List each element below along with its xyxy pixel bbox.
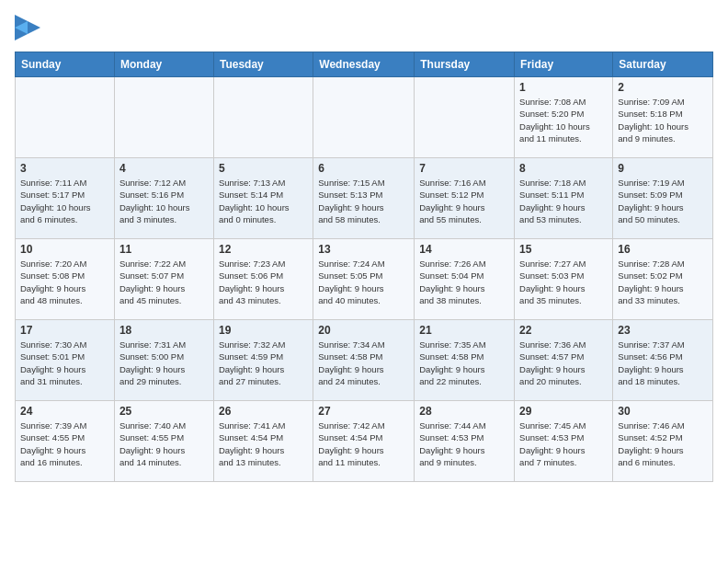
day-info: Sunrise: 7:35 AM Sunset: 4:58 PM Dayligh… [419,339,509,387]
day-number: 5 [219,162,308,175]
day-number: 19 [219,324,308,337]
day-number: 15 [519,243,608,256]
day-number: 20 [318,324,409,337]
day-number: 1 [519,81,608,94]
day-info: Sunrise: 7:24 AM Sunset: 5:05 PM Dayligh… [318,258,409,306]
day-number: 8 [519,162,608,175]
calendar-day-8: 8Sunrise: 7:18 AM Sunset: 5:11 PM Daylig… [515,158,613,239]
calendar-day-17: 17Sunrise: 7:30 AM Sunset: 5:01 PM Dayli… [16,320,115,401]
day-info: Sunrise: 7:31 AM Sunset: 5:00 PM Dayligh… [119,339,209,387]
logo-icon [15,15,40,40]
logo [15,15,44,40]
weekday-header-friday: Friday [515,52,613,77]
calendar-day-15: 15Sunrise: 7:27 AM Sunset: 5:03 PM Dayli… [515,239,613,320]
calendar-day-4: 4Sunrise: 7:12 AM Sunset: 5:16 PM Daylig… [114,158,213,239]
weekday-header-thursday: Thursday [415,52,515,77]
day-info: Sunrise: 7:15 AM Sunset: 5:13 PM Dayligh… [318,177,409,225]
calendar-day-7: 7Sunrise: 7:16 AM Sunset: 5:12 PM Daylig… [415,158,515,239]
day-info: Sunrise: 7:39 AM Sunset: 4:55 PM Dayligh… [20,419,109,468]
day-info: Sunrise: 7:13 AM Sunset: 5:14 PM Dayligh… [219,177,308,225]
calendar-day-25: 25Sunrise: 7:40 AM Sunset: 4:55 PM Dayli… [114,401,213,482]
day-info: Sunrise: 7:12 AM Sunset: 5:16 PM Dayligh… [119,177,209,225]
calendar-day-18: 18Sunrise: 7:31 AM Sunset: 5:00 PM Dayli… [114,320,213,401]
calendar-day-10: 10Sunrise: 7:20 AM Sunset: 5:08 PM Dayli… [16,239,115,320]
day-info: Sunrise: 7:41 AM Sunset: 4:54 PM Dayligh… [219,419,308,468]
page-header [15,15,713,40]
day-info: Sunrise: 7:45 AM Sunset: 4:53 PM Dayligh… [519,419,608,468]
calendar-day-1: 1Sunrise: 7:08 AM Sunset: 5:20 PM Daylig… [515,77,613,158]
calendar-day-14: 14Sunrise: 7:26 AM Sunset: 5:04 PM Dayli… [415,239,515,320]
day-info: Sunrise: 7:11 AM Sunset: 5:17 PM Dayligh… [20,177,109,225]
calendar-week-row: 10Sunrise: 7:20 AM Sunset: 5:08 PM Dayli… [16,239,713,320]
day-number: 28 [419,405,509,418]
day-number: 24 [20,405,109,418]
day-info: Sunrise: 7:46 AM Sunset: 4:52 PM Dayligh… [618,419,708,468]
weekday-header-sunday: Sunday [16,52,115,77]
calendar-day-24: 24Sunrise: 7:39 AM Sunset: 4:55 PM Dayli… [16,401,115,482]
day-info: Sunrise: 7:18 AM Sunset: 5:11 PM Dayligh… [519,177,608,225]
day-number: 9 [618,162,708,175]
weekday-header-row: SundayMondayTuesdayWednesdayThursdayFrid… [16,52,713,77]
day-number: 18 [119,324,209,337]
calendar-day-2: 2Sunrise: 7:09 AM Sunset: 5:18 PM Daylig… [613,77,713,158]
weekday-header-wednesday: Wednesday [313,52,415,77]
calendar-day-23: 23Sunrise: 7:37 AM Sunset: 4:56 PM Dayli… [613,320,713,401]
weekday-header-saturday: Saturday [613,52,713,77]
calendar-week-row: 17Sunrise: 7:30 AM Sunset: 5:01 PM Dayli… [16,320,713,401]
day-info: Sunrise: 7:16 AM Sunset: 5:12 PM Dayligh… [419,177,509,225]
day-number: 29 [519,405,608,418]
weekday-header-monday: Monday [114,52,213,77]
day-number: 30 [618,405,708,418]
day-info: Sunrise: 7:36 AM Sunset: 4:57 PM Dayligh… [519,339,608,387]
day-number: 3 [20,162,109,175]
calendar-week-row: 1Sunrise: 7:08 AM Sunset: 5:20 PM Daylig… [16,77,713,158]
calendar-day-9: 9Sunrise: 7:19 AM Sunset: 5:09 PM Daylig… [613,158,713,239]
calendar-day-19: 19Sunrise: 7:32 AM Sunset: 4:59 PM Dayli… [213,320,313,401]
calendar-day-5: 5Sunrise: 7:13 AM Sunset: 5:14 PM Daylig… [213,158,313,239]
day-number: 12 [219,243,308,256]
day-info: Sunrise: 7:37 AM Sunset: 4:56 PM Dayligh… [618,339,708,387]
calendar-day-empty [313,77,415,158]
day-number: 27 [318,405,409,418]
calendar-day-13: 13Sunrise: 7:24 AM Sunset: 5:05 PM Dayli… [313,239,415,320]
day-number: 23 [618,324,708,337]
day-info: Sunrise: 7:44 AM Sunset: 4:53 PM Dayligh… [419,419,509,468]
day-number: 21 [419,324,509,337]
day-number: 14 [419,243,509,256]
calendar-week-row: 24Sunrise: 7:39 AM Sunset: 4:55 PM Dayli… [16,401,713,482]
day-info: Sunrise: 7:22 AM Sunset: 5:07 PM Dayligh… [119,258,209,306]
calendar-day-empty [415,77,515,158]
day-info: Sunrise: 7:20 AM Sunset: 5:08 PM Dayligh… [20,258,109,306]
calendar-day-28: 28Sunrise: 7:44 AM Sunset: 4:53 PM Dayli… [415,401,515,482]
day-number: 16 [618,243,708,256]
calendar-week-row: 3Sunrise: 7:11 AM Sunset: 5:17 PM Daylig… [16,158,713,239]
day-info: Sunrise: 7:28 AM Sunset: 5:02 PM Dayligh… [618,258,708,306]
calendar-day-3: 3Sunrise: 7:11 AM Sunset: 5:17 PM Daylig… [16,158,115,239]
day-number: 10 [20,243,109,256]
day-info: Sunrise: 7:09 AM Sunset: 5:18 PM Dayligh… [618,96,708,144]
calendar-day-26: 26Sunrise: 7:41 AM Sunset: 4:54 PM Dayli… [213,401,313,482]
calendar-day-empty [16,77,115,158]
day-info: Sunrise: 7:40 AM Sunset: 4:55 PM Dayligh… [119,419,209,468]
day-number: 2 [618,81,708,94]
day-info: Sunrise: 7:23 AM Sunset: 5:06 PM Dayligh… [219,258,308,306]
calendar-day-empty [114,77,213,158]
day-number: 26 [219,405,308,418]
day-info: Sunrise: 7:32 AM Sunset: 4:59 PM Dayligh… [219,339,308,387]
day-number: 11 [119,243,209,256]
weekday-header-tuesday: Tuesday [213,52,313,77]
calendar-day-empty [213,77,313,158]
calendar-day-16: 16Sunrise: 7:28 AM Sunset: 5:02 PM Dayli… [613,239,713,320]
day-number: 13 [318,243,409,256]
calendar-day-11: 11Sunrise: 7:22 AM Sunset: 5:07 PM Dayli… [114,239,213,320]
calendar-day-27: 27Sunrise: 7:42 AM Sunset: 4:54 PM Dayli… [313,401,415,482]
day-number: 4 [119,162,209,175]
calendar-day-22: 22Sunrise: 7:36 AM Sunset: 4:57 PM Dayli… [515,320,613,401]
calendar-day-6: 6Sunrise: 7:15 AM Sunset: 5:13 PM Daylig… [313,158,415,239]
day-number: 17 [20,324,109,337]
day-info: Sunrise: 7:26 AM Sunset: 5:04 PM Dayligh… [419,258,509,306]
calendar-day-30: 30Sunrise: 7:46 AM Sunset: 4:52 PM Dayli… [613,401,713,482]
day-number: 22 [519,324,608,337]
day-number: 25 [119,405,209,418]
calendar-day-12: 12Sunrise: 7:23 AM Sunset: 5:06 PM Dayli… [213,239,313,320]
